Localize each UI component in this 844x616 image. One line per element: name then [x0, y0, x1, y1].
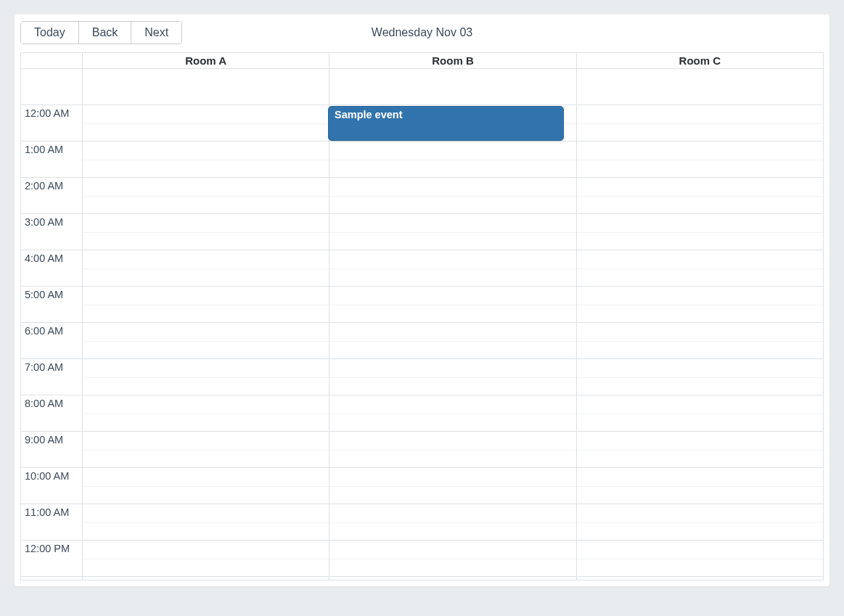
time-cell[interactable] [82, 178, 329, 213]
allday-row [21, 69, 823, 105]
today-button[interactable]: Today [21, 22, 79, 44]
time-label: 12:00 PM [21, 541, 82, 576]
time-cell[interactable] [576, 214, 823, 250]
resource-header-row: Room A Room B Room C [21, 53, 823, 69]
time-cell[interactable] [576, 105, 823, 141]
time-row: 2:00 AM [21, 178, 823, 214]
time-label: 2:00 AM [21, 178, 82, 213]
time-cell[interactable] [82, 504, 329, 540]
time-cell[interactable] [82, 359, 329, 395]
time-cell[interactable] [576, 359, 823, 395]
time-cell[interactable] [329, 577, 575, 580]
time-cell[interactable] [329, 323, 575, 358]
calendar-card: Today Back Next Wednesday Nov 03 Room A … [15, 15, 829, 586]
time-label: 3:00 AM [21, 214, 82, 250]
time-cell[interactable] [576, 395, 823, 431]
time-cell[interactable] [329, 504, 575, 540]
time-row: 6:00 AM [21, 323, 823, 359]
current-date-label: Wednesday Nov 03 [372, 20, 472, 45]
allday-cell[interactable] [576, 69, 823, 104]
time-cell[interactable] [329, 250, 575, 286]
time-label: 1:00 PM [21, 577, 82, 580]
time-label: 9:00 AM [21, 432, 82, 467]
time-cell[interactable] [329, 541, 575, 576]
time-cell[interactable] [329, 395, 575, 431]
time-cell[interactable] [329, 214, 575, 250]
time-cell[interactable] [82, 141, 329, 177]
time-cell[interactable] [82, 395, 329, 431]
next-button[interactable]: Next [131, 22, 181, 44]
time-cell[interactable] [576, 504, 823, 540]
time-cell[interactable] [329, 432, 575, 467]
allday-cell[interactable] [82, 69, 329, 104]
time-label: 11:00 AM [21, 504, 82, 540]
time-label: 5:00 AM [21, 287, 82, 322]
time-cell[interactable] [329, 468, 575, 504]
allday-cell[interactable] [329, 69, 575, 104]
calendar-grid: Room A Room B Room C 12:00 AM1:00 AM2:00… [20, 52, 824, 580]
calendar-toolbar: Today Back Next Wednesday Nov 03 [20, 20, 824, 45]
time-row: 4:00 AM [21, 250, 823, 287]
time-cell[interactable] [82, 323, 329, 358]
time-cell[interactable] [82, 432, 329, 467]
time-cell[interactable] [576, 178, 823, 213]
time-label: 8:00 AM [21, 395, 82, 431]
time-label: 4:00 AM [21, 250, 82, 286]
time-scroll-area[interactable]: 12:00 AM1:00 AM2:00 AM3:00 AM4:00 AM5:00… [21, 105, 823, 580]
time-cell[interactable] [576, 323, 823, 358]
time-row: 11:00 AM [21, 504, 823, 541]
resource-header: Room B [329, 53, 575, 68]
time-cell[interactable] [82, 287, 329, 322]
time-cell[interactable] [82, 541, 329, 576]
time-cell[interactable] [82, 214, 329, 250]
time-cell[interactable] [82, 250, 329, 286]
time-cell[interactable] [329, 141, 575, 177]
time-cell[interactable] [576, 468, 823, 504]
time-row: 12:00 PM [21, 541, 823, 577]
time-cell[interactable] [576, 577, 823, 580]
nav-button-group: Today Back Next [20, 21, 182, 44]
time-row: 10:00 AM [21, 468, 823, 504]
time-label: 6:00 AM [21, 323, 82, 358]
time-cell[interactable] [576, 287, 823, 322]
time-cell[interactable] [82, 105, 329, 141]
time-cell[interactable] [576, 541, 823, 576]
time-label: 7:00 AM [21, 359, 82, 395]
back-button[interactable]: Back [79, 22, 132, 44]
time-row: 3:00 AM [21, 214, 823, 250]
time-cell[interactable] [576, 432, 823, 467]
time-label: 12:00 AM [21, 105, 82, 141]
time-row: 7:00 AM [21, 359, 823, 395]
calendar-event[interactable]: Sample event [328, 106, 564, 141]
time-row: 1:00 PM [21, 577, 823, 580]
time-row: 1:00 AM [21, 141, 823, 178]
allday-gutter [21, 69, 82, 104]
time-cell[interactable] [576, 250, 823, 286]
time-row: 5:00 AM [21, 287, 823, 323]
time-cell[interactable] [329, 287, 575, 322]
resource-header: Room C [576, 53, 823, 68]
time-row: 8:00 AM [21, 395, 823, 432]
time-cell[interactable] [82, 577, 329, 580]
time-label: 1:00 AM [21, 141, 82, 177]
time-label: 10:00 AM [21, 468, 82, 504]
time-cell[interactable] [576, 141, 823, 177]
time-row: 9:00 AM [21, 432, 823, 468]
time-cell[interactable] [329, 178, 575, 213]
time-grid: 12:00 AM1:00 AM2:00 AM3:00 AM4:00 AM5:00… [21, 105, 823, 580]
time-cell[interactable] [82, 468, 329, 504]
time-cell[interactable] [329, 359, 575, 395]
resource-header: Room A [82, 53, 329, 68]
gutter-header [21, 53, 82, 68]
